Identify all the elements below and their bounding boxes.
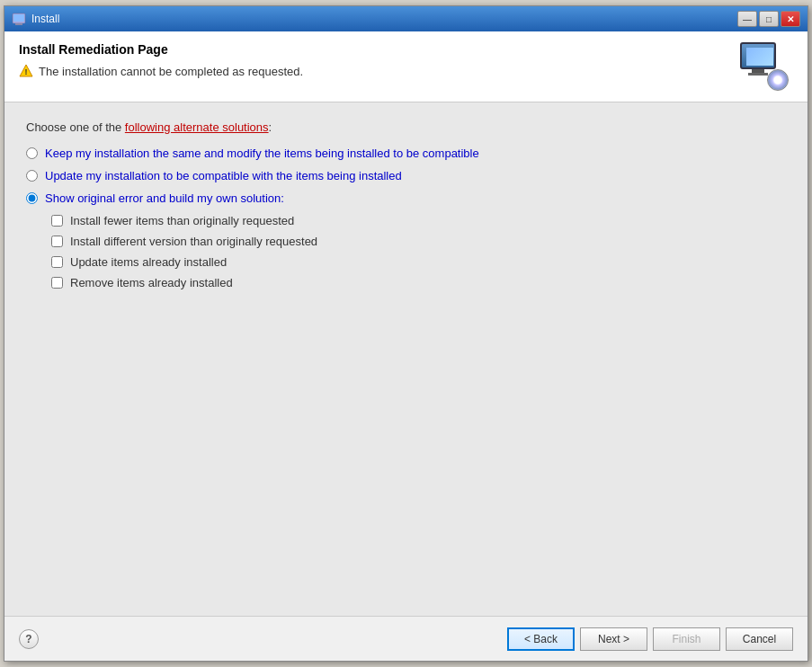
monitor-base <box>748 73 768 76</box>
header-content: Install Remediation Page ! The installat… <box>19 42 721 78</box>
checkbox-label-4: Remove items already installed <box>70 276 233 289</box>
cancel-button[interactable]: Cancel <box>726 627 793 651</box>
title-bar-controls: — □ ✕ <box>737 11 800 27</box>
checkbox-item-4[interactable]: Remove items already installed <box>51 276 786 289</box>
radio-label-2: Update my installation to be compatible … <box>45 169 402 182</box>
svg-rect-2 <box>15 23 22 25</box>
svg-text:!: ! <box>25 67 28 76</box>
window-title: Install <box>31 13 59 25</box>
choose-highlight: following alternate solutions <box>125 120 269 134</box>
checkbox-item-1[interactable]: Install fewer items than originally requ… <box>51 214 786 227</box>
title-bar-left: Install <box>12 12 59 26</box>
help-button[interactable]: ? <box>19 629 39 649</box>
warning-text: The installation cannot be completed as … <box>39 65 303 78</box>
radio-option-1[interactable]: Keep my installation the same and modify… <box>26 147 786 160</box>
radio-input-2[interactable] <box>26 170 38 182</box>
monitor-shape <box>740 42 776 69</box>
footer: ? < Back Next > Finish Cancel <box>4 616 808 661</box>
window-icon <box>12 12 26 26</box>
header-section: Install Remediation Page ! The installat… <box>4 31 808 102</box>
warning-icon: ! <box>19 64 33 78</box>
minimize-button[interactable]: — <box>737 11 757 27</box>
checkbox-label-1: Install fewer items than originally requ… <box>70 214 294 227</box>
choose-prefix: Choose one of the <box>26 120 125 134</box>
next-button[interactable]: Next > <box>580 627 647 651</box>
choose-label: Choose one of the following alternate so… <box>26 120 786 134</box>
checkbox-label-3: Update items already installed <box>70 255 227 269</box>
monitor-screen <box>746 48 773 66</box>
cd-icon <box>740 42 789 91</box>
radio-input-3[interactable] <box>26 192 38 204</box>
header-warning: ! The installation cannot be completed a… <box>19 64 721 78</box>
radio-label-3: Show original error and build my own sol… <box>45 191 284 205</box>
header-logo <box>736 42 793 91</box>
finish-button[interactable]: Finish <box>653 627 720 651</box>
checkbox-input-1[interactable] <box>51 215 63 227</box>
checkbox-input-3[interactable] <box>51 256 63 268</box>
choose-suffix: : <box>269 120 272 134</box>
back-button[interactable]: < Back <box>507 627 575 651</box>
checkbox-label-2: Install different version than originall… <box>70 235 317 248</box>
cd-disc <box>767 69 789 91</box>
maximize-button[interactable]: □ <box>759 11 779 27</box>
radio-option-3[interactable]: Show original error and build my own sol… <box>26 191 786 205</box>
close-button[interactable]: ✕ <box>781 11 800 27</box>
install-window: Install — □ ✕ Install Remediation Page !… <box>4 5 808 662</box>
sub-checkboxes: Install fewer items than originally requ… <box>51 214 786 289</box>
radio-group: Keep my installation the same and modify… <box>26 147 786 205</box>
checkbox-input-2[interactable] <box>51 236 63 247</box>
radio-label-1: Keep my installation the same and modify… <box>45 147 479 160</box>
checkbox-item-2[interactable]: Install different version than originall… <box>51 235 786 248</box>
checkbox-item-3[interactable]: Update items already installed <box>51 255 786 269</box>
page-title: Install Remediation Page <box>19 42 721 57</box>
title-bar: Install — □ ✕ <box>4 6 808 31</box>
svg-rect-1 <box>13 14 24 22</box>
radio-option-2[interactable]: Update my installation to be compatible … <box>26 169 786 182</box>
footer-left: ? <box>19 629 39 649</box>
main-content: Choose one of the following alternate so… <box>4 102 808 616</box>
checkbox-input-4[interactable] <box>51 277 63 289</box>
radio-input-1[interactable] <box>26 147 38 159</box>
footer-buttons: < Back Next > Finish Cancel <box>507 627 793 651</box>
